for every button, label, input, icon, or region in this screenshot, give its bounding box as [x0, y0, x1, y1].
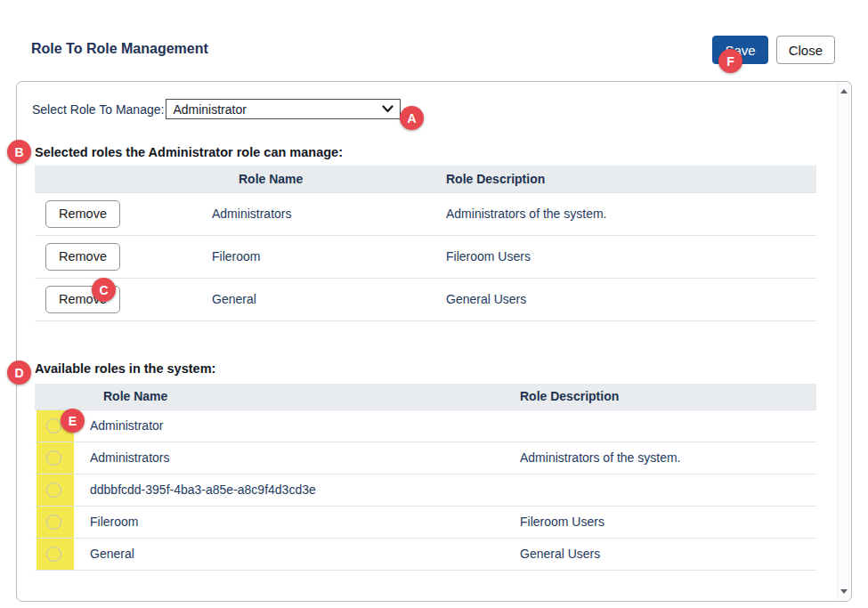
table-row: Remove General General Users: [35, 278, 816, 320]
table-row: Remove Fileroom Fileroom Users: [35, 235, 816, 278]
radio-cell: [35, 442, 85, 474]
radio-cell: [35, 538, 85, 570]
annotation-badge-b: B: [7, 140, 31, 164]
role-name-cell: Administrators: [212, 192, 446, 235]
available-roles-table: Role Name Role Description Administrator: [35, 384, 816, 571]
role-description-cell: Fileroom Users: [446, 235, 816, 278]
role-management-panel: Select Role To Manage: Administrator Sel…: [16, 81, 852, 602]
available-roles-heading: Available roles in the system:: [35, 361, 215, 376]
role-radio-button[interactable]: [46, 418, 61, 434]
scroll-up-icon[interactable]: [840, 89, 848, 93]
action-cell: Remove: [35, 278, 212, 320]
radio-cell: [35, 506, 85, 538]
scroll-down-icon[interactable]: [840, 589, 848, 594]
selected-roles-heading: Selected roles the Administrator role ca…: [35, 145, 343, 159]
role-select[interactable]: Administrator: [166, 99, 401, 119]
role-description-cell: Administrators of the system.: [513, 442, 816, 474]
role-name-cell: General: [212, 278, 446, 320]
table-header-row: Role Name Role Description: [35, 166, 816, 192]
column-header-role-name: Role Name: [212, 166, 446, 192]
column-header-role-description: Role Description: [513, 384, 816, 409]
annotation-badge-d: D: [7, 361, 31, 385]
yellow-highlight: [37, 442, 74, 474]
role-radio-button[interactable]: [46, 482, 61, 498]
table-row: Administrators Administrators of the sys…: [35, 442, 816, 474]
role-name-cell: ddbbfcdd-395f-4ba3-a85e-a8c9f4d3cd3e: [85, 474, 513, 506]
role-description-cell: Fileroom Users: [513, 506, 816, 538]
role-description-cell: General Users: [446, 278, 816, 320]
table-header-row: Role Name Role Description: [35, 384, 816, 409]
table-row: Remove Administrators Administrators of …: [35, 192, 816, 235]
column-header-select: [35, 384, 85, 409]
role-name-cell: Administrators: [85, 442, 513, 474]
column-header-role-name: Role Name: [85, 384, 513, 409]
table-row: Administrator: [35, 409, 816, 442]
role-name-cell: Fileroom: [85, 506, 513, 538]
table-row: General General Users: [35, 538, 816, 570]
radio-cell: [35, 474, 85, 506]
role-description-cell: [513, 474, 816, 506]
role-description-cell: General Users: [513, 538, 816, 570]
role-description-cell: Administrators of the system.: [446, 192, 816, 235]
annotation-badge-c: C: [92, 278, 116, 302]
yellow-highlight: [37, 474, 74, 506]
annotation-badge-e: E: [61, 409, 85, 433]
selected-roles-table: Role Name Role Description Remove Admini…: [35, 166, 816, 321]
action-cell: Remove: [35, 235, 212, 278]
role-select-row: Select Role To Manage: Administrator: [32, 99, 401, 119]
vertical-scrollbar[interactable]: [837, 83, 850, 600]
role-name-cell: Administrator: [85, 409, 513, 442]
role-radio-button[interactable]: [46, 450, 61, 466]
role-name-cell: Fileroom: [212, 235, 446, 278]
role-name-cell: General: [85, 538, 513, 570]
role-radio-button[interactable]: [46, 515, 61, 530]
chevron-down-icon: [382, 105, 393, 113]
table-row: Fileroom Fileroom Users: [35, 506, 816, 538]
role-radio-button[interactable]: [46, 547, 61, 562]
page-title: Role To Role Management: [31, 41, 208, 57]
yellow-highlight: [37, 507, 74, 538]
column-header-action: [35, 166, 212, 192]
role-description-cell: [513, 409, 816, 442]
column-header-role-description: Role Description: [446, 166, 816, 192]
role-select-value: Administrator: [173, 102, 382, 117]
yellow-highlight: [37, 539, 74, 570]
action-cell: Remove: [35, 192, 212, 235]
annotation-badge-a: A: [400, 106, 424, 130]
role-select-label: Select Role To Manage:: [32, 102, 164, 117]
close-button[interactable]: Close: [776, 36, 835, 64]
remove-button[interactable]: Remove: [45, 200, 120, 228]
table-row: ddbbfcdd-395f-4ba3-a85e-a8c9f4d3cd3e: [35, 474, 816, 506]
annotation-badge-f: F: [718, 49, 742, 73]
remove-button[interactable]: Remove: [45, 243, 120, 271]
